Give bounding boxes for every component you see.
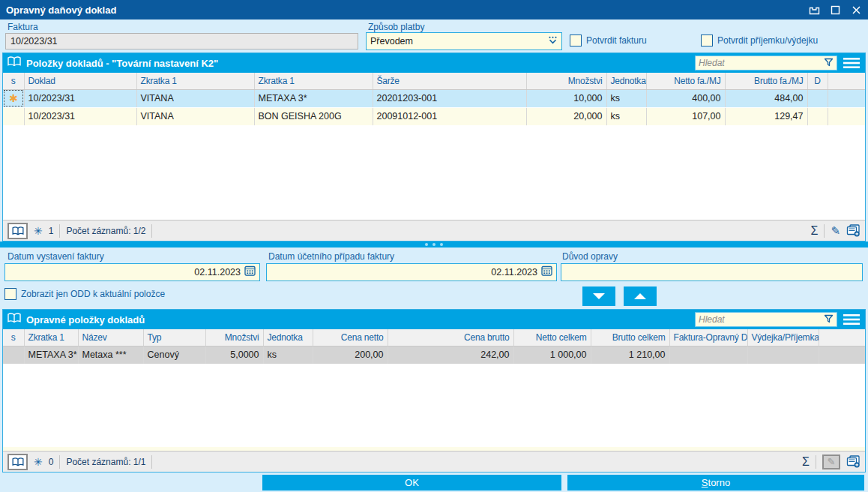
middle-form: Datum vystavení faktury Datum účetního p…	[0, 248, 868, 309]
col-zkratka1[interactable]: Zkratka 1	[136, 73, 254, 89]
lock-count: 0	[49, 457, 54, 467]
col-zkratka1[interactable]: Zkratka 1	[24, 329, 78, 346]
ok-button[interactable]: OK	[262, 475, 561, 490]
storno-accelerator: S	[702, 477, 708, 488]
col-brutto[interactable]: Brutto fa./MJ	[725, 73, 807, 89]
table-row[interactable]: 10/2023/31 VITANA BON GEISHA 200G 200910…	[3, 107, 865, 125]
col-s[interactable]: s	[3, 329, 24, 346]
storno-button[interactable]: Storno	[567, 475, 864, 490]
snowflake-icon[interactable]: ✳	[34, 225, 43, 237]
panel1-grid-empty-area[interactable]	[3, 126, 865, 220]
window-title: Opravný daňový doklad	[6, 4, 116, 16]
filter-icon[interactable]	[824, 313, 834, 326]
book-view-button[interactable]	[7, 454, 28, 470]
col-vydejka[interactable]: Výdejka/Příjemka	[747, 329, 819, 346]
cell-netto-celkem: 1 000,00	[513, 346, 591, 364]
col-jednotka[interactable]: Jednotka	[263, 329, 313, 346]
panel2-header: Opravné položky dokladů	[3, 310, 865, 329]
cell-mnozstvi: 5,0000	[205, 346, 263, 364]
col-faktura-odd[interactable]: Faktura-Opravný DD	[669, 329, 747, 346]
arrow-down-icon	[593, 293, 605, 299]
col-mnozstvi[interactable]: Množstvi	[526, 73, 606, 89]
col-cena-brutto[interactable]: Cena brutto	[388, 329, 513, 346]
move-up-button[interactable]	[624, 286, 657, 306]
accounting-date-input[interactable]	[271, 267, 537, 278]
confirm-receipt-checkbox[interactable]: Potvrdit příjemku/výdejku	[701, 34, 818, 46]
cell-nazev: Metaxa ***	[78, 346, 143, 364]
new-row-strip	[3, 447, 865, 451]
col-netto-celkem[interactable]: Netto celkem	[513, 329, 591, 346]
panel1-search	[695, 56, 837, 70]
col-d[interactable]: D	[807, 73, 828, 89]
col-sarze[interactable]: Šarže	[373, 73, 526, 89]
storno-label: torno	[708, 477, 731, 488]
maximize-icon[interactable]	[829, 4, 841, 16]
top-form: Faktura Způsob platby Převodem Potvrdit …	[0, 20, 868, 52]
calendar-icon[interactable]	[541, 266, 552, 279]
divider	[59, 455, 60, 469]
panel2-header-row: s Zkratka 1 Název Typ Množstvi Jednotka …	[3, 329, 865, 346]
close-icon[interactable]	[850, 4, 862, 16]
payment-label: Způsob platby	[368, 22, 424, 32]
cell-filler	[819, 346, 865, 364]
sum-icon[interactable]: Σ	[802, 455, 810, 469]
accounting-date-label: Datum účetního případu faktury	[268, 251, 394, 262]
col-netto[interactable]: Netto fa./MJ	[646, 73, 725, 89]
calendar-icon[interactable]	[244, 266, 256, 279]
cell-zkratka1: VITANA	[136, 89, 254, 107]
new-form-icon[interactable]	[846, 224, 861, 237]
faktura-input[interactable]	[5, 33, 358, 50]
col-typ[interactable]: Typ	[143, 329, 205, 346]
col-cena-netto[interactable]: Cena netto	[313, 329, 388, 346]
checkbox-box	[701, 34, 713, 46]
issue-date-input[interactable]	[9, 267, 241, 278]
col-doklad[interactable]: Doklad	[24, 73, 136, 89]
edit-icon[interactable]: ✎	[831, 224, 840, 238]
reason-input[interactable]	[561, 263, 863, 281]
sum-icon[interactable]: Σ	[811, 224, 819, 238]
col-brutto-celkem[interactable]: Brutto celkem	[591, 329, 669, 346]
search-input[interactable]	[699, 314, 824, 325]
window-controls	[808, 4, 862, 16]
records-count: Počet záznamů: 1/2	[66, 226, 145, 236]
confirm-invoice-label: Potvrdit fakturu	[586, 35, 647, 46]
payment-value: Převodem	[370, 36, 548, 46]
cell-d	[807, 107, 828, 125]
col-zkratka1b[interactable]: Zkratka 1	[254, 73, 373, 89]
cell-cena-netto: 200,00	[313, 346, 388, 364]
cell-mnozstvi: 20,000	[526, 107, 606, 125]
move-down-button[interactable]	[582, 286, 615, 306]
restore-icon[interactable]	[808, 4, 820, 16]
table-row[interactable]: ✱ 10/2023/31 VITANA METAXA 3* 20201203-0…	[3, 89, 865, 107]
cell-jednotka: ks	[606, 107, 646, 125]
menu-icon[interactable]	[843, 57, 861, 69]
cell-jednotka: ks	[606, 89, 646, 107]
cell-brutto: 129,47	[725, 107, 807, 125]
col-s[interactable]: s	[3, 73, 24, 89]
payment-select[interactable]: Převodem	[366, 32, 562, 50]
panel2-grid-empty-area[interactable]	[3, 364, 865, 452]
search-input[interactable]	[699, 58, 824, 68]
cell-mnozstvi: 10,000	[526, 89, 606, 107]
book-view-button[interactable]	[7, 223, 28, 239]
panel-splitter-handle[interactable]	[0, 242, 868, 248]
filter-icon[interactable]	[824, 56, 834, 70]
col-jednotka[interactable]: Jednotka	[606, 73, 646, 89]
snowflake-icon[interactable]: ✳	[34, 456, 43, 468]
col-filler	[828, 73, 865, 89]
new-form-icon[interactable]	[846, 455, 861, 468]
col-mnozstvi[interactable]: Množstvi	[205, 329, 263, 346]
confirm-invoice-checkbox[interactable]: Potvrdit fakturu	[570, 34, 647, 46]
table-row[interactable]: METAXA 3* Metaxa *** Cenový 5,0000 ks 20…	[3, 346, 865, 364]
menu-icon[interactable]	[843, 314, 861, 326]
row-marker-cell	[3, 346, 24, 364]
checkbox-box	[570, 34, 582, 46]
book-icon	[7, 56, 21, 70]
cell-d	[807, 89, 828, 107]
show-odd-checkbox[interactable]: Zobrazit jen ODD k aktuální položce	[4, 288, 165, 300]
col-nazev[interactable]: Název	[78, 329, 143, 346]
row-marker-cell	[3, 107, 24, 125]
records-count: Počet záznamů: 1/1	[66, 457, 145, 467]
col-filler	[819, 329, 865, 346]
cell-doklad: 10/2023/31	[24, 89, 136, 107]
